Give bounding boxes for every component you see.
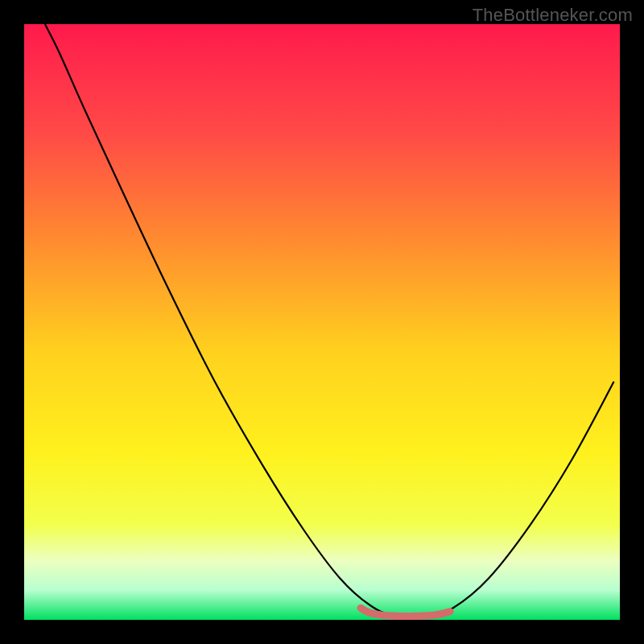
watermark-text: TheBottleneker.com bbox=[473, 5, 633, 26]
gradient-background bbox=[24, 24, 620, 620]
plot-area bbox=[24, 24, 620, 620]
chart-container: TheBottleneker.com bbox=[0, 0, 644, 644]
chart-svg bbox=[24, 24, 620, 620]
